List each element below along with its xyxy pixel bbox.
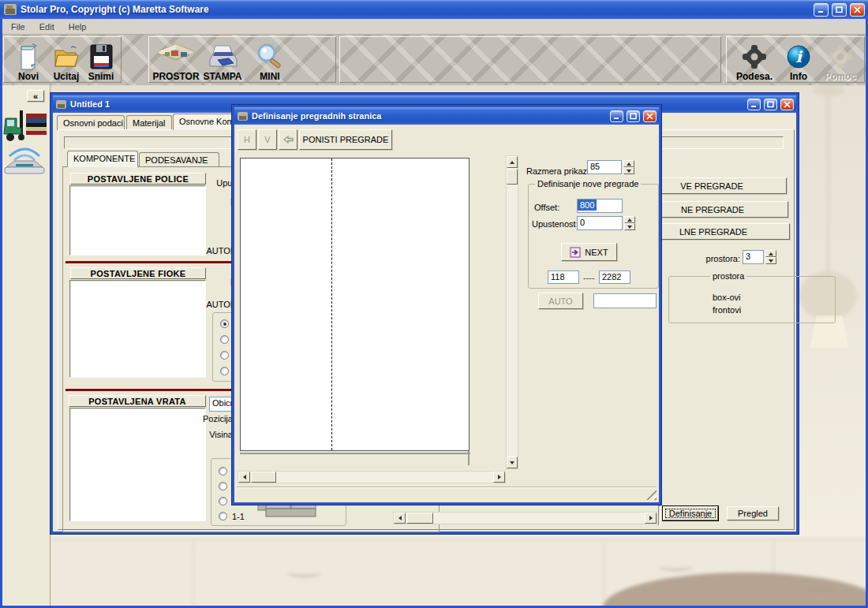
scroll-down-icon[interactable]: [507, 457, 518, 468]
frontovi-label[interactable]: frontovi: [713, 305, 741, 315]
dialog-maximize-button[interactable]: [627, 110, 640, 122]
next-button[interactable]: NEXT: [561, 243, 617, 261]
minimize-button[interactable]: [814, 3, 829, 17]
prostor-button[interactable]: PROSTOR: [151, 39, 201, 81]
scanner-icon[interactable]: [3, 145, 46, 177]
spin-up-button[interactable]: [765, 250, 776, 257]
snimi-button[interactable]: Snimi: [83, 39, 119, 81]
canvas-baseline: [240, 453, 470, 454]
vrata-header: POSTAVLJENA VRATA: [69, 395, 206, 407]
vrata-radio-1-1[interactable]: [219, 512, 227, 520]
dialog-titlebar: Definisanje pregradnih stranica: [234, 107, 659, 125]
canvas-horizontal-scrollbar[interactable]: [238, 471, 506, 483]
maximize-button[interactable]: [832, 3, 847, 17]
fioke-radio-1-0[interactable]: [220, 351, 229, 360]
razmera-field[interactable]: 85: [587, 160, 622, 174]
fioke-radio-1-1[interactable]: [220, 367, 229, 375]
vrata-list[interactable]: [69, 408, 206, 521]
close-button[interactable]: [850, 3, 865, 17]
next-arrow-icon: [570, 247, 581, 258]
upustenost-spinner: [624, 216, 635, 230]
doc-minimize-button[interactable]: [747, 99, 761, 110]
police-list[interactable]: [69, 185, 206, 256]
doc-maximize-button[interactable]: [764, 99, 777, 110]
floppy-disk-icon: [88, 43, 114, 71]
prostora-label: prostora:: [676, 254, 740, 263]
pregled-button[interactable]: Pregled: [727, 506, 779, 520]
pregrade-canvas[interactable]: [240, 158, 470, 451]
info-button[interactable]: i Info: [782, 39, 815, 81]
vrata-radio-1-0[interactable]: [219, 497, 227, 505]
sidebar-collapse-button[interactable]: «: [27, 90, 44, 102]
info-icon: i: [785, 43, 812, 71]
range-to-field[interactable]: 2282: [599, 270, 630, 284]
tab-podesavanje[interactable]: PODESAVANJE: [139, 152, 219, 167]
magnifier-icon: [254, 43, 286, 71]
spin-down-button[interactable]: [623, 167, 634, 174]
mini-button[interactable]: MINI: [250, 39, 290, 81]
scroll-up-icon[interactable]: [507, 156, 518, 168]
document-window-icon: [55, 99, 67, 110]
scroll-left-icon[interactable]: [394, 513, 406, 524]
left-sidebar: «: [0, 85, 51, 608]
pomoc-button: Pomoc: [820, 39, 861, 81]
dialog-upustenost-field[interactable]: 0: [577, 216, 623, 230]
razmera-label: Razmera prikaza:: [526, 166, 594, 176]
pregrada-line[interactable]: [331, 159, 332, 450]
spin-up-button[interactable]: [624, 216, 635, 223]
menu-file[interactable]: File: [5, 21, 32, 33]
dialog-minimize-button[interactable]: [610, 110, 623, 122]
dialog-footer-line: [237, 487, 657, 488]
back-arrow-icon: [281, 134, 295, 145]
scroll-right-icon[interactable]: [645, 513, 657, 524]
doc-horizontal-scrollbar[interactable]: [393, 512, 657, 524]
dialog-window-icon: [237, 110, 249, 122]
spin-down-button[interactable]: [765, 257, 776, 264]
scroll-right-icon[interactable]: [493, 472, 505, 483]
definisanje-button[interactable]: Definisanje: [663, 506, 718, 520]
dialog-title: Definisanje pregradnih stranica: [252, 111, 607, 121]
scroll-thumb[interactable]: [406, 513, 433, 524]
ucitaj-button[interactable]: Ucitaj: [48, 39, 84, 81]
vrata-pozicija-label: Pozicija:: [189, 414, 235, 423]
tab-komponente[interactable]: KOMPONENTE: [67, 151, 138, 167]
razmera-spinner: [623, 160, 634, 174]
dialog-resize-grip[interactable]: [646, 490, 657, 500]
dialog-upustenost-label: Upustenost:: [532, 219, 578, 229]
police-header: POSTAVLJENE POLICE: [70, 173, 206, 185]
fioke-list[interactable]: [69, 280, 206, 378]
spin-up-button[interactable]: [623, 160, 634, 167]
fioke-radio-0-1[interactable]: [220, 335, 229, 344]
tab-materijal[interactable]: Materijal: [126, 115, 172, 130]
offset-field[interactable]: 800: [577, 199, 623, 213]
fioke-radio-0-0[interactable]: [220, 319, 229, 328]
forklift-icon[interactable]: [2, 107, 48, 144]
offset-label: Offset:: [534, 203, 559, 212]
vrata-visina-label: Visina:: [189, 430, 235, 439]
scroll-thumb[interactable]: [251, 472, 276, 483]
menu-edit[interactable]: Edit: [33, 21, 61, 33]
dialog-close-button[interactable]: [643, 110, 657, 122]
prostora-field[interactable]: 3: [743, 250, 764, 264]
app-titlebar: Stolar Pro, Copyright (c) Maretta Softwa…: [0, 0, 868, 19]
range-from-field[interactable]: 118: [548, 270, 579, 284]
canvas-vertical-scrollbar[interactable]: [506, 155, 518, 469]
vrata-radio-0-0[interactable]: [219, 467, 227, 476]
doc-close-button[interactable]: [780, 99, 794, 110]
ponisti-pregrade-button[interactable]: PONISTI PREGRADE: [299, 129, 392, 150]
tab-osnovni-podaci[interactable]: Osnovni podaci: [57, 115, 125, 130]
scroll-left-icon[interactable]: [238, 472, 250, 483]
printer-icon: [205, 43, 240, 71]
menu-help[interactable]: Help: [62, 21, 93, 33]
window-frame-left: [0, 19, 2, 608]
main-toolbar: Novi Ucitaj Snimi PROSTOR STAMPA MI: [0, 35, 868, 85]
box-ovi-label[interactable]: box-ovi: [713, 293, 740, 302]
spin-down-button[interactable]: [624, 223, 635, 230]
pregrade-dialog: Definisanje pregradnih stranica H V PONI…: [232, 105, 661, 505]
podesa-button[interactable]: Podesa.: [731, 39, 777, 81]
novi-button[interactable]: Novi: [10, 39, 47, 81]
stampa-button[interactable]: STAMPA: [201, 39, 244, 81]
auto-result-field[interactable]: [593, 293, 657, 308]
scroll-thumb[interactable]: [507, 169, 518, 185]
vrata-radio-0-1[interactable]: [219, 482, 227, 491]
